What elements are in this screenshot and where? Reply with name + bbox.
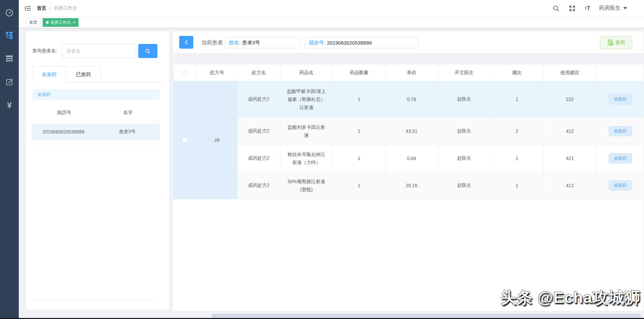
prescription-table-panel: 处方号 处方名 药品名 药品数量 单价 开立医生 频次 使用建议 28 <box>173 64 644 311</box>
advice-cell: 412 <box>544 172 596 199</box>
dispense-button-label: 发药 <box>615 40 625 46</box>
font-size-icon[interactable]: тT <box>585 5 590 11</box>
tag-home[interactable]: 首页 <box>26 18 41 27</box>
dispense-button[interactable]: 发药 <box>600 36 632 49</box>
sidebar-item-table[interactable] <box>0 49 19 68</box>
divider <box>32 300 154 300</box>
advice-cell: 412 <box>544 118 596 145</box>
patient-search-button[interactable] <box>138 44 157 58</box>
table-row: 28 成药处方2 盐酸甲哌卡因/肾上腺素（斯康杜尼）注射液 1 0.79 赵医生… <box>174 81 644 118</box>
doctor-cell: 赵医生 <box>438 172 491 199</box>
sidebar-item-payment[interactable]: ¥ <box>0 96 19 115</box>
status-cell: 未取药 <box>596 145 644 172</box>
qty-cell: 1 <box>333 172 386 199</box>
breadcrumb-separator: / <box>49 6 51 11</box>
header-doctor: 开立医生 <box>438 64 491 81</box>
doctor-cell: 赵医生 <box>438 81 491 118</box>
freq-cell: 1 <box>491 145 544 172</box>
user-name: 药房医生 <box>599 5 621 12</box>
sidebar-item-dashboard[interactable] <box>0 3 19 22</box>
patient-name-field[interactable]: 姓名: 患者3号 <box>225 37 300 48</box>
drug-name-cell: 盐酸甲哌卡因/肾上腺素（斯康杜尼）注射液 <box>280 81 333 118</box>
not-taken-button[interactable]: 未取药 <box>609 126 632 136</box>
drug-name-cell: 帕拉米韦氯化钠注射液（力纬） <box>280 145 333 172</box>
sidebar-item-tree-table[interactable] <box>0 25 19 44</box>
patient-record-no: 2019063020539999 <box>32 129 95 135</box>
patient-search-label: 查询患者名: <box>32 48 62 54</box>
fullscreen-icon[interactable] <box>568 5 576 12</box>
edit-icon <box>5 78 14 86</box>
header-drug-name: 药品名 <box>280 64 333 81</box>
patient-search-row: 查询患者名: <box>32 44 157 58</box>
drug-name-cell: 盐酸利多卡因注射液 <box>280 118 333 145</box>
tag-home-label: 首页 <box>29 18 37 26</box>
price-cell: 25.16 <box>386 172 438 199</box>
prescription-table: 处方号 处方名 药品名 药品数量 单价 开立医生 频次 使用建议 28 <box>173 64 644 199</box>
not-taken-button[interactable]: 未取药 <box>609 180 632 191</box>
sidebar-toggle-icon[interactable] <box>24 5 32 12</box>
column-name: 名字 <box>96 110 160 116</box>
tag-pharmacy-workbench[interactable]: 药房工作台 × <box>43 18 79 27</box>
current-patient-label: 当前患者： <box>201 31 228 54</box>
select-all-checkbox[interactable] <box>183 70 188 75</box>
advice-cell: 222 <box>544 81 596 118</box>
search-icon[interactable] <box>552 5 560 12</box>
rx-name-cell: 成药处方2 <box>238 172 280 199</box>
money-icon: ¥ <box>7 101 11 110</box>
chevron-down-icon <box>623 7 627 9</box>
status-cell: 未取药 <box>596 172 644 199</box>
visit-field-value: 2019063020539999 <box>327 40 371 46</box>
qty-cell: 1 <box>333 81 386 118</box>
row-group-checkbox[interactable] <box>183 138 188 143</box>
name-field-value: 患者3号 <box>242 40 260 46</box>
price-cell: 0.84 <box>386 145 438 172</box>
main-content: 查询患者名: 未发药 已发药 未发药 病历号 名字 <box>19 28 644 319</box>
rx-name-cell: 成药处方2 <box>238 81 280 118</box>
patient-table-header: 病历号 名字 <box>32 104 160 121</box>
header-frequency: 频次 <box>491 64 544 81</box>
rx-name-cell: 成药处方2 <box>238 118 280 145</box>
tab-not-dispensed[interactable]: 未发药 <box>32 66 66 82</box>
not-taken-button[interactable]: 未取药 <box>609 153 632 163</box>
current-patient-bar: 当前患者： 姓名: 患者3号 就诊号: 2019063020539999 <box>173 31 644 54</box>
horizontal-scrollbar[interactable] <box>211 314 641 318</box>
patient-search-input[interactable] <box>62 44 136 58</box>
tag-active-label: 药房工作台 <box>51 18 71 26</box>
visit-field-label: 就诊号: <box>309 40 325 46</box>
table-row: 成药处方2 50%葡萄糖注射液(塑瓶) 1 25.16 赵医生 1 412 未取… <box>174 172 644 199</box>
tag-active-dot-icon <box>46 21 49 24</box>
header-rx-no: 处方号 <box>197 64 238 81</box>
qty-cell: 1 <box>333 145 386 172</box>
tree-table-icon <box>5 31 14 39</box>
freq-cell: 2 <box>491 118 544 145</box>
tab-dispensed[interactable]: 已发药 <box>66 66 101 82</box>
breadcrumb-home[interactable]: 首页 <box>37 5 46 11</box>
column-record-no: 病历号 <box>32 110 96 116</box>
price-cell: 0.79 <box>386 81 438 118</box>
back-button[interactable] <box>179 36 193 49</box>
dispense-doc-check-icon <box>607 40 614 46</box>
status-alert: 未发药 <box>32 89 160 100</box>
divider <box>32 144 160 144</box>
doctor-cell: 赵医生 <box>438 145 491 172</box>
table-row: 成药处方2 帕拉米韦氯化钠注射液（力纬） 1 0.84 赵医生 1 421 未取… <box>174 145 644 172</box>
tag-close-icon[interactable]: × <box>73 20 75 24</box>
advice-cell: 421 <box>544 145 596 172</box>
top-navbar: 首页 / 药房工作台 <box>19 0 644 17</box>
user-dropdown[interactable]: 药房医生 <box>599 5 627 12</box>
not-taken-button[interactable]: 未取药 <box>609 94 632 104</box>
patient-row[interactable]: 2019063020539999 患者3号 <box>32 123 160 140</box>
navbar-tools: тT 药房医生 <box>552 5 644 12</box>
header-unit-price: 单价 <box>386 64 438 81</box>
status-cell: 未取药 <box>596 118 644 145</box>
row-group-select-cell <box>174 81 197 199</box>
doctor-cell: 赵医生 <box>438 118 491 145</box>
visit-number-field[interactable]: 就诊号: 2019063020539999 <box>304 37 418 48</box>
watermark: 头条 @Echa攻城狮 <box>501 287 641 308</box>
patient-list-panel: 查询患者名: 未发药 已发药 未发药 病历号 名字 <box>26 31 169 310</box>
status-cell: 未取药 <box>596 81 644 118</box>
prescription-no-cell: 28 <box>197 81 238 199</box>
rx-name-cell: 成药处方2 <box>238 145 280 172</box>
patient-name: 患者3号 <box>95 129 159 135</box>
sidebar-item-form[interactable] <box>0 72 19 91</box>
